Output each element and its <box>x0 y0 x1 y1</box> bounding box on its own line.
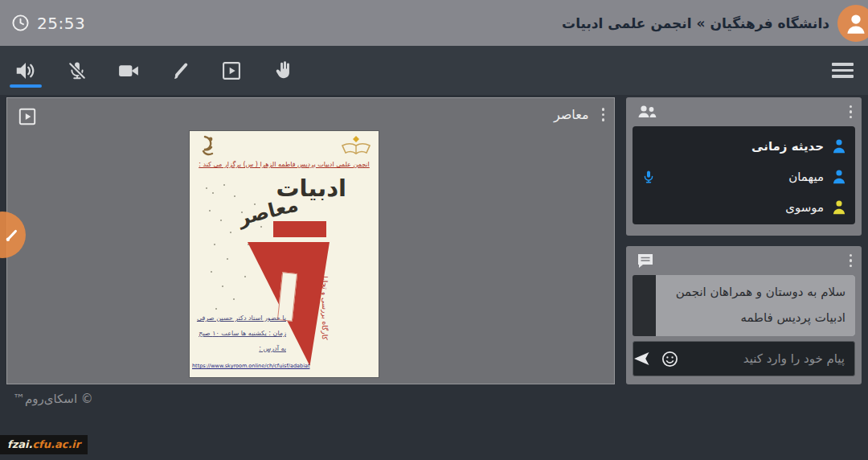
poster-url: https://www.skyroom.online/ch/cfuisf/ada… <box>192 363 313 369</box>
user-avatar[interactable] <box>837 5 868 42</box>
calligraphy-bird-logo-icon <box>198 135 219 159</box>
emoji-icon[interactable] <box>661 350 679 368</box>
speaker-button[interactable] <box>10 50 42 92</box>
open-book-logo-icon <box>340 134 372 157</box>
chat-kebab-menu-icon[interactable] <box>848 253 854 269</box>
chat-icon <box>636 251 655 270</box>
main-toolbar <box>0 46 868 95</box>
chat-message: سلام به دوستان و همراهان انجمن ادبیات پر… <box>656 275 855 336</box>
users-list: حدیثه زمانی میهمان <box>633 126 855 224</box>
user-row[interactable]: موسوی <box>641 192 847 223</box>
user-name: موسوی <box>641 200 824 215</box>
chat-panel: سلام به دوستان و همراهان انجمن ادبیات پر… <box>626 246 862 384</box>
chat-input-bar <box>633 341 855 376</box>
send-icon[interactable] <box>632 349 651 368</box>
hamburger-menu-icon[interactable] <box>832 63 854 78</box>
ink-speckles <box>206 187 207 189</box>
poster-image: انجمن علمی ادبیات پردیس فاطمه الزهرا ( س… <box>190 131 379 377</box>
user-name: حدیثه زمانی <box>641 139 824 154</box>
clock-icon <box>11 14 30 32</box>
people-icon <box>636 103 658 121</box>
timer-value: 25:53 <box>37 14 85 33</box>
users-panel: حدیثه زمانی میهمان <box>626 97 862 236</box>
poster-time-line: زمان : یکشنبه ها ساعت ۱۰ صبح <box>196 330 286 337</box>
person-icon <box>831 168 847 186</box>
microphone-active-icon[interactable] <box>641 168 657 186</box>
watermark-rest: cfu.ac.ir <box>32 438 80 450</box>
user-row[interactable]: حدیثه زمانی <box>641 131 847 162</box>
users-kebab-menu-icon[interactable] <box>848 104 854 121</box>
poster-header-line: انجمن علمی ادبیات پردیس فاطمه الزهرا ( س… <box>193 161 375 168</box>
session-timer: 25:53 <box>11 14 85 33</box>
poster-address-label: به آدرس : <box>196 345 286 352</box>
person-icon <box>831 138 847 155</box>
room-title: دانشگاه فرهنگیان » انجمن علمی ادبیات <box>562 15 829 31</box>
chat-input[interactable] <box>689 351 845 366</box>
active-indicator <box>10 84 42 88</box>
top-bar: 25:53 دانشگاه فرهنگیان » انجمن علمی ادبی… <box>0 0 868 46</box>
stage-kebab-menu-icon[interactable] <box>600 106 607 123</box>
presentation-stage: معاصر انجمن علمی ادبیات پردیس فاطمه الزه… <box>6 97 615 384</box>
media-player-button[interactable] <box>215 50 248 92</box>
pen-nib-shape-top <box>273 221 326 237</box>
watermark-badge: fzai.cfu.ac.ir <box>0 435 88 454</box>
skyroom-brand: © اسکای‌روم™ <box>13 392 93 406</box>
user-row[interactable]: میهمان <box>641 162 847 192</box>
person-icon <box>831 199 847 216</box>
pencil-icon <box>3 226 21 244</box>
brush-button[interactable] <box>164 50 196 92</box>
media-player-icon[interactable] <box>17 106 38 127</box>
poster-guest-line: با حضور استاد دکتر حسین صرفی <box>196 314 286 322</box>
microphone-muted-button[interactable] <box>61 50 93 92</box>
watermark-bold: fzai. <box>7 438 32 450</box>
slide-title: معاصر <box>554 107 589 122</box>
raise-hand-button[interactable] <box>267 50 299 92</box>
chat-messages-area: سلام به دوستان و همراهان انجمن ادبیات پر… <box>633 275 855 336</box>
user-name: میهمان <box>664 170 824 184</box>
camera-button[interactable] <box>113 50 145 92</box>
